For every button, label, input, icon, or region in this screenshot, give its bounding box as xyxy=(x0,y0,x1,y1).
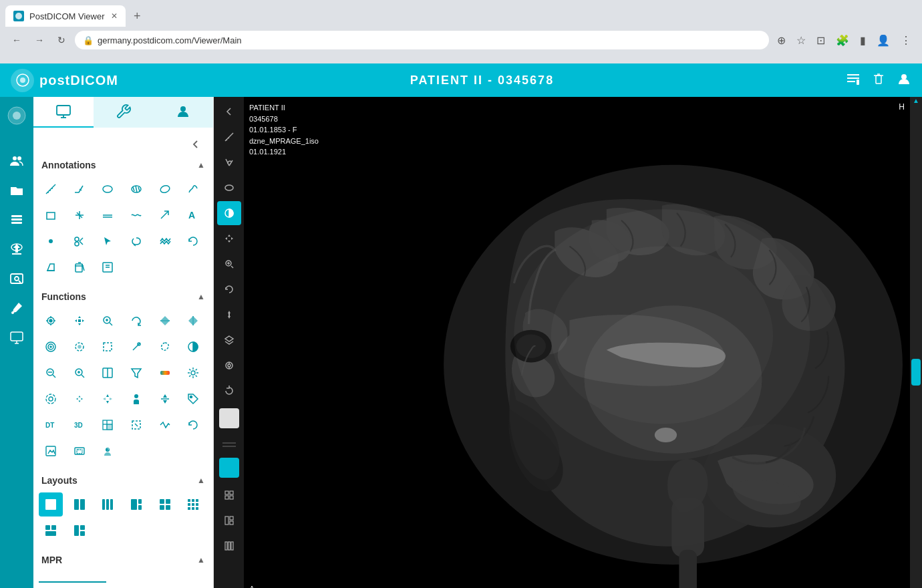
viewer-tool-zoom2[interactable] xyxy=(217,252,241,276)
func-zoom[interactable] xyxy=(96,309,120,333)
func-overlay-img[interactable] xyxy=(67,439,92,463)
tool-angle[interactable] xyxy=(67,177,92,201)
panel-tab-monitor[interactable] xyxy=(33,97,94,128)
func-target[interactable] xyxy=(39,335,63,359)
viewer-tool-white[interactable] xyxy=(219,408,239,428)
star-icon[interactable]: ☆ xyxy=(794,31,808,49)
func-probe[interactable] xyxy=(124,335,148,359)
sidebar-toggle-icon[interactable]: ▮ xyxy=(857,31,869,49)
func-image-process[interactable] xyxy=(39,439,63,463)
layout-mixed2[interactable] xyxy=(39,519,63,543)
tool-circle[interactable] xyxy=(96,177,120,201)
mpr-header[interactable]: MPR ▲ xyxy=(39,551,208,569)
viewer-tool-radial[interactable] xyxy=(217,353,241,378)
viewer-tool-multiview[interactable] xyxy=(217,508,241,533)
func-zoom-out[interactable] xyxy=(39,361,63,385)
panel-tab-tools[interactable] xyxy=(94,97,154,128)
annotations-collapse-icon[interactable]: ▲ xyxy=(197,160,205,170)
tool-zigzag[interactable] xyxy=(153,229,177,253)
active-tab[interactable]: PostDICOM Viewer ✕ xyxy=(5,5,126,27)
menu-icon[interactable]: ⋮ xyxy=(898,31,914,49)
layout-3x3[interactable] xyxy=(181,492,205,517)
tool-erase-all[interactable] xyxy=(67,255,92,279)
viewer-tool-layer[interactable] xyxy=(217,328,241,352)
func-lut[interactable] xyxy=(153,361,177,385)
func-move2[interactable] xyxy=(67,387,92,411)
viewer-scrollbar[interactable]: ▲ ▼ xyxy=(910,97,922,588)
func-crop[interactable] xyxy=(124,413,148,437)
viewer-tool-ruler[interactable] xyxy=(217,125,241,149)
tool-texture[interactable] xyxy=(124,177,148,201)
func-zoom-in[interactable] xyxy=(67,361,92,385)
tool-undo[interactable] xyxy=(181,229,205,253)
tool-erase-selected[interactable] xyxy=(39,255,63,279)
extension-icon[interactable]: 🧩 xyxy=(833,31,852,49)
viewer-tool-scroll-v[interactable] xyxy=(217,303,241,327)
func-undo2[interactable] xyxy=(181,413,205,437)
tool-lasso[interactable] xyxy=(124,229,148,253)
tool-wave[interactable] xyxy=(124,203,148,227)
trash-header-button[interactable] xyxy=(871,71,886,90)
sidebar-icon-monitor[interactable] xyxy=(3,324,30,351)
tool-text[interactable]: A xyxy=(181,203,205,227)
viewer-tool-angle[interactable] xyxy=(217,150,241,174)
reload-button[interactable]: ↻ xyxy=(53,32,69,48)
functions-collapse-icon[interactable]: ▲ xyxy=(197,292,205,301)
sidebar-icon-folder[interactable] xyxy=(3,177,30,204)
viewer-tool-circle-arrows[interactable] xyxy=(217,379,241,403)
tool-ruler[interactable] xyxy=(39,177,63,201)
func-rect-select[interactable] xyxy=(96,335,120,359)
layout-2x2[interactable] xyxy=(153,492,177,517)
tab-close-button[interactable]: ✕ xyxy=(111,11,118,21)
tool-dot[interactable] xyxy=(39,229,63,253)
translate-icon[interactable]: ⊕ xyxy=(774,31,788,49)
sidebar-icon-upload[interactable] xyxy=(3,236,30,263)
scroll-thumb[interactable] xyxy=(911,359,921,386)
tool-rect[interactable] xyxy=(39,203,63,227)
func-flip-horizontal[interactable] xyxy=(181,309,205,333)
functions-header[interactable]: Functions ▲ xyxy=(39,287,208,306)
layout-1x2[interactable] xyxy=(67,492,92,517)
func-split-view[interactable] xyxy=(96,361,120,385)
viewer-tool-cyan[interactable] xyxy=(219,458,239,478)
func-move[interactable] xyxy=(67,309,92,333)
tool-arrow[interactable] xyxy=(153,203,177,227)
sidebar-icon-users[interactable] xyxy=(3,148,30,174)
func-sort[interactable] xyxy=(153,387,177,411)
viewer-tool-grid[interactable] xyxy=(217,483,241,507)
func-grid-overlay[interactable] xyxy=(96,413,120,437)
func-filter[interactable] xyxy=(124,361,148,385)
tool-ellipse[interactable] xyxy=(153,177,177,201)
func-flip-vertical[interactable] xyxy=(153,309,177,333)
func-3d[interactable]: 3D xyxy=(67,413,92,437)
tool-export[interactable] xyxy=(96,255,120,279)
layouts-collapse-icon[interactable]: ▲ xyxy=(197,476,205,485)
func-gear[interactable] xyxy=(181,361,205,385)
user-header-button[interactable] xyxy=(897,71,911,90)
sidebar-icon-layers[interactable] xyxy=(3,206,30,233)
func-roi[interactable] xyxy=(67,335,92,359)
back-button[interactable]: ← xyxy=(8,32,25,48)
viewer-tool-collapse[interactable] xyxy=(217,100,241,124)
layouts-header[interactable]: Layouts ▲ xyxy=(39,471,208,490)
scroll-up[interactable]: ▲ xyxy=(913,97,919,104)
viewer-tool-bars[interactable] xyxy=(217,432,241,456)
panel-collapse-button[interactable] xyxy=(184,134,208,154)
panel-tab-person[interactable] xyxy=(153,97,213,128)
func-dt[interactable]: DT xyxy=(39,413,63,437)
tool-freehand[interactable] xyxy=(181,177,205,201)
new-tab-button[interactable]: + xyxy=(128,7,146,26)
tool-scissors[interactable] xyxy=(67,229,92,253)
func-person-measure[interactable] xyxy=(124,387,148,411)
layout-mixed3[interactable] xyxy=(67,519,92,543)
func-rotate[interactable] xyxy=(124,309,148,333)
func-tag[interactable] xyxy=(181,387,205,411)
tool-line[interactable] xyxy=(96,203,120,227)
annotations-header[interactable]: Annotations ▲ xyxy=(39,156,208,174)
func-freehand-roi[interactable] xyxy=(153,335,177,359)
tool-cursor[interactable] xyxy=(96,229,120,253)
layout-1x1[interactable] xyxy=(39,492,63,517)
window-icon[interactable]: ⊡ xyxy=(814,31,828,49)
func-settings2[interactable] xyxy=(39,387,63,411)
tool-crosshair[interactable] xyxy=(67,203,92,227)
